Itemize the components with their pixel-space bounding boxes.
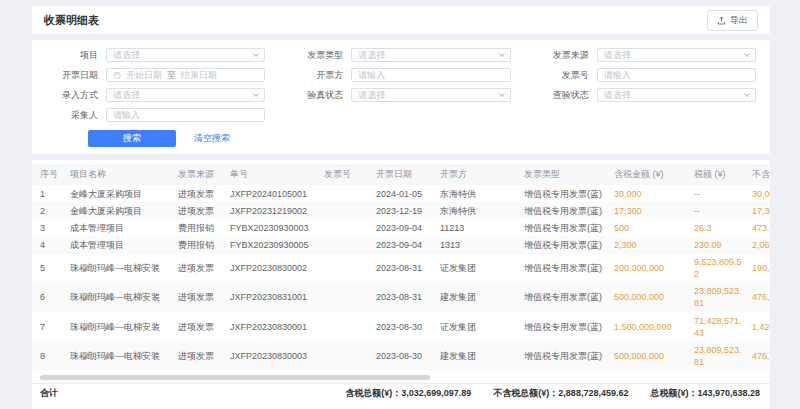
verify-status-label: 验真状态 bbox=[291, 89, 343, 102]
table-cell: 30,000 bbox=[748, 185, 770, 202]
column-header: 发票来源 bbox=[174, 164, 226, 185]
table-cell: 增值税专用发票(蓝) bbox=[520, 236, 610, 253]
table-cell: 增值税专用发票(蓝) bbox=[520, 202, 610, 219]
column-header: 税额 (¥) bbox=[690, 164, 748, 185]
table-cell: FYBX20230930005 bbox=[226, 236, 320, 253]
filter-actions: 搜索 清空搜索 bbox=[88, 130, 756, 147]
table-cell: 珠穆朗玛峰—电梯安装 bbox=[66, 283, 174, 312]
invoice-type-label: 发票类型 bbox=[291, 49, 343, 62]
verify-status-select[interactable]: 请选择 bbox=[351, 88, 510, 102]
chevron-down-icon bbox=[253, 91, 259, 97]
table-cell: 476,190,476.19 bbox=[748, 341, 770, 370]
table-cell: 17,300 bbox=[748, 202, 770, 219]
table-row[interactable]: 7珠穆朗玛峰—电梯安装进项发票JXFP202308300012023-08-30… bbox=[32, 312, 770, 341]
table-cell: 进项发票 bbox=[174, 283, 226, 312]
issuer-input[interactable] bbox=[351, 68, 510, 82]
table-cell: 建发集团 bbox=[436, 283, 520, 312]
table-cell: 2024-01-05 bbox=[372, 185, 436, 202]
filter-field-invoice-type: 发票类型 请选择 bbox=[291, 48, 510, 62]
table-cell: 8 bbox=[32, 341, 66, 370]
table-row[interactable]: 1金峰大厦采购项目进项发票JXFP202401050012024-01-05东海… bbox=[32, 185, 770, 202]
table-cell: -- bbox=[690, 185, 748, 202]
table-cell bbox=[320, 202, 372, 219]
table-cell: 成本管理项目 bbox=[66, 219, 174, 236]
verify-status-select-placeholder: 请选择 bbox=[358, 89, 385, 102]
table-cell: JXFP20230830003 bbox=[226, 341, 320, 370]
table-row[interactable]: 2金峰大厦采购项目进项发票JXFP202312190022023-12-19东海… bbox=[32, 202, 770, 219]
column-header: 开票日期 bbox=[372, 164, 436, 185]
filter-field-issuer: 开票方 bbox=[291, 68, 510, 82]
page: 收票明细表 导出 项目 请选择 发票类型 请选择 bbox=[0, 0, 800, 409]
table-cell: 2,300 bbox=[610, 236, 690, 253]
table-cell: 进项发票 bbox=[174, 185, 226, 202]
entry-method-select[interactable]: 请选择 bbox=[106, 88, 265, 102]
column-header: 序号 bbox=[32, 164, 66, 185]
table-cell: JXFP20240105001 bbox=[226, 185, 320, 202]
filter-field-entry-method: 录入方式 请选择 bbox=[46, 88, 265, 102]
table-cell: 1 bbox=[32, 185, 66, 202]
table-cell: 增值税专用发票(蓝) bbox=[520, 219, 610, 236]
scrollbar-thumb[interactable] bbox=[40, 375, 430, 380]
filter-field-invoice-no: 发票号 bbox=[537, 68, 756, 82]
calendar-icon bbox=[113, 71, 121, 79]
table-cell: 500 bbox=[610, 219, 690, 236]
invoice-source-select[interactable]: 请选择 bbox=[597, 48, 756, 62]
export-button-label: 导出 bbox=[730, 14, 748, 27]
table-cell: 500,000,000 bbox=[610, 283, 690, 312]
column-header: 开票方 bbox=[436, 164, 520, 185]
table-cell bbox=[320, 312, 372, 341]
table-cell bbox=[320, 185, 372, 202]
search-button[interactable]: 搜索 bbox=[88, 130, 176, 147]
invoice-date-label: 开票日期 bbox=[46, 69, 98, 82]
table-cell: 190,476,190.48 bbox=[748, 254, 770, 283]
table-cell: 500,000,000 bbox=[610, 341, 690, 370]
check-status-select-placeholder: 请选择 bbox=[604, 89, 631, 102]
table-cell: 26.3 bbox=[690, 219, 748, 236]
invoice-type-select[interactable]: 请选择 bbox=[351, 48, 510, 62]
column-header: 发票号 bbox=[320, 164, 372, 185]
table-row[interactable]: 3成本管理项目费用报销FYBX202309300032023-09-041121… bbox=[32, 219, 770, 236]
table-row[interactable]: 6珠穆朗玛峰—电梯安装进项发票JXFP202308310012023-08-31… bbox=[32, 283, 770, 312]
filter-field-collector: 采集人 bbox=[46, 108, 265, 122]
table-cell: 230.09 bbox=[690, 236, 748, 253]
project-select[interactable]: 请选择 bbox=[106, 48, 265, 62]
table-row[interactable]: 4成本管理项目费用报销FYBX202309300052023-09-041313… bbox=[32, 236, 770, 253]
summary-item: 总税额(¥)：143,970,638.28 bbox=[650, 387, 760, 400]
collector-input[interactable] bbox=[106, 108, 265, 122]
table-cell: JXFP20230831001 bbox=[226, 283, 320, 312]
table-cell: 进项发票 bbox=[174, 254, 226, 283]
export-button[interactable]: 导出 bbox=[707, 10, 758, 31]
clear-search-button[interactable]: 清空搜索 bbox=[188, 132, 236, 145]
project-select-placeholder: 请选择 bbox=[113, 49, 140, 62]
table-cell: 2023-08-30 bbox=[372, 312, 436, 341]
table-cell: 建发集团 bbox=[436, 341, 520, 370]
table-cell: 23,809,523.81 bbox=[690, 341, 748, 370]
invoice-date-range[interactable]: 开始日期 至 结束日期 bbox=[106, 68, 265, 82]
table-cell: 增值税专用发票(蓝) bbox=[520, 312, 610, 341]
invoice-no-input[interactable] bbox=[597, 68, 756, 82]
table-cell: 成本管理项目 bbox=[66, 236, 174, 253]
table-row[interactable]: 5珠穆朗玛峰—电梯安装进项发票JXFP202308300022023-08-31… bbox=[32, 254, 770, 283]
table-cell: JXFP20230830002 bbox=[226, 254, 320, 283]
table-cell: 2,069.91 bbox=[748, 236, 770, 253]
entry-method-select-placeholder: 请选择 bbox=[113, 89, 140, 102]
table-cell: 1,500,000,000 bbox=[610, 312, 690, 341]
table-cell: 476,190,476.19 bbox=[748, 283, 770, 312]
invoice-source-label: 发票来源 bbox=[537, 49, 589, 62]
table-row[interactable]: 8珠穆朗玛峰—电梯安装进项发票JXFP202308300032023-08-30… bbox=[32, 341, 770, 370]
filter-field-verify-status: 验真状态 请选择 bbox=[291, 88, 510, 102]
invoice-table: 序号项目名称发票来源单号发票号开票日期开票方发票类型含税金额 (¥)税额 (¥)… bbox=[32, 164, 770, 371]
chevron-down-icon bbox=[744, 51, 750, 57]
column-header: 项目名称 bbox=[66, 164, 174, 185]
filter-grid: 项目 请选择 发票类型 请选择 发票来源 请选择 bbox=[46, 48, 756, 122]
table-cell: 2023-09-04 bbox=[372, 219, 436, 236]
column-header: 不含税金额 (¥) bbox=[748, 164, 770, 185]
table-cell: 证发集团 bbox=[436, 312, 520, 341]
table-cell: 11213 bbox=[436, 219, 520, 236]
title-bar: 收票明细表 导出 bbox=[32, 6, 770, 34]
horizontal-scrollbar[interactable] bbox=[40, 375, 762, 380]
filter-field-project: 项目 请选择 bbox=[46, 48, 265, 62]
table-cell: 证发集团 bbox=[436, 254, 520, 283]
table-viewport: 序号项目名称发票来源单号发票号开票日期开票方发票类型含税金额 (¥)税额 (¥)… bbox=[32, 164, 770, 371]
check-status-select[interactable]: 请选择 bbox=[597, 88, 756, 102]
